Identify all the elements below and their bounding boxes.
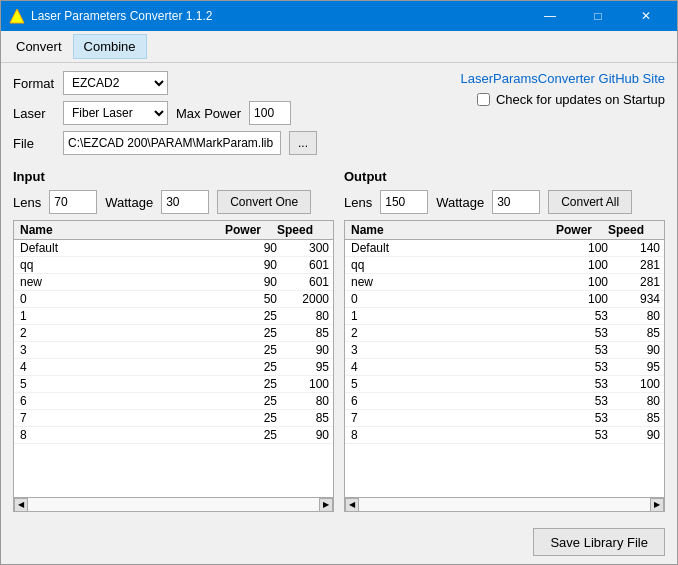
- laser-label: Laser: [13, 106, 55, 121]
- cell-name: new: [345, 275, 560, 289]
- table-row[interactable]: Default 100 140: [345, 240, 664, 257]
- minimize-button[interactable]: —: [527, 6, 573, 26]
- input-table-header: Name Power Speed: [14, 221, 333, 240]
- table-row[interactable]: 8 25 90: [14, 427, 333, 444]
- input-col-speed: Speed: [265, 223, 317, 237]
- check-updates-label: Check for updates on Startup: [496, 92, 665, 107]
- table-row[interactable]: new 90 601: [14, 274, 333, 291]
- table-row[interactable]: 3 53 90: [345, 342, 664, 359]
- cell-speed: 85: [281, 411, 333, 425]
- cell-power: 53: [560, 394, 612, 408]
- cell-speed: 80: [612, 309, 664, 323]
- table-row[interactable]: 4 25 95: [14, 359, 333, 376]
- input-lens-input[interactable]: [49, 190, 97, 214]
- close-button[interactable]: ✕: [623, 6, 669, 26]
- table-row[interactable]: 2 25 85: [14, 325, 333, 342]
- laser-row: Laser Fiber Laser Max Power: [13, 101, 317, 125]
- cell-power: 53: [560, 326, 612, 340]
- app-icon: [9, 8, 25, 24]
- output-scroll-left[interactable]: ◀: [345, 498, 359, 512]
- svg-marker-0: [10, 9, 24, 23]
- cell-name: 4: [14, 360, 229, 374]
- output-col-speed: Speed: [596, 223, 648, 237]
- github-link[interactable]: LaserParamsConverter GitHub Site: [461, 71, 665, 86]
- menu-item-convert[interactable]: Convert: [5, 34, 73, 59]
- input-wattage-input[interactable]: [161, 190, 209, 214]
- table-row[interactable]: 1 53 80: [345, 308, 664, 325]
- cell-speed: 80: [281, 394, 333, 408]
- table-row[interactable]: 3 25 90: [14, 342, 333, 359]
- browse-button[interactable]: ...: [289, 131, 317, 155]
- cell-name: new: [14, 275, 229, 289]
- input-scrollbar-h[interactable]: ◀ ▶: [14, 497, 333, 511]
- output-scroll-track: [359, 498, 650, 512]
- file-row: File ...: [13, 131, 317, 155]
- output-lens-label: Lens: [344, 195, 372, 210]
- input-scroll-track: [28, 498, 319, 512]
- check-updates-checkbox[interactable]: [477, 93, 490, 106]
- format-row: Format EZCAD2: [13, 71, 317, 95]
- cell-speed: 85: [281, 326, 333, 340]
- format-select[interactable]: EZCAD2: [63, 71, 168, 95]
- table-row[interactable]: 6 25 80: [14, 393, 333, 410]
- output-scroll-right[interactable]: ▶: [650, 498, 664, 512]
- table-row[interactable]: 5 53 100: [345, 376, 664, 393]
- cell-name: 3: [345, 343, 560, 357]
- cell-name: 2: [345, 326, 560, 340]
- cell-name: Default: [14, 241, 229, 255]
- table-row[interactable]: 4 53 95: [345, 359, 664, 376]
- max-power-input[interactable]: [249, 101, 291, 125]
- table-row[interactable]: 7 53 85: [345, 410, 664, 427]
- input-scroll-right[interactable]: ▶: [319, 498, 333, 512]
- cell-name: 0: [345, 292, 560, 306]
- table-row[interactable]: 0 50 2000: [14, 291, 333, 308]
- cell-name: 6: [14, 394, 229, 408]
- convert-one-button[interactable]: Convert One: [217, 190, 311, 214]
- file-path-input[interactable]: [63, 131, 281, 155]
- main-window: Laser Parameters Converter 1.1.2 — □ ✕ C…: [0, 0, 678, 565]
- cell-power: 53: [560, 360, 612, 374]
- output-table-body[interactable]: Default 100 140 qq 100 281 new 100 281 0…: [345, 240, 664, 497]
- table-row[interactable]: 5 25 100: [14, 376, 333, 393]
- input-table-body[interactable]: Default 90 300 qq 90 601 new 90 601 0 50…: [14, 240, 333, 497]
- cell-power: 90: [229, 241, 281, 255]
- table-row[interactable]: qq 100 281: [345, 257, 664, 274]
- cell-power: 100: [560, 275, 612, 289]
- cell-power: 25: [229, 394, 281, 408]
- cell-power: 100: [560, 241, 612, 255]
- output-wattage-input[interactable]: [492, 190, 540, 214]
- right-settings: LaserParamsConverter GitHub Site Check f…: [461, 71, 665, 107]
- menu-item-combine[interactable]: Combine: [73, 34, 147, 59]
- table-row[interactable]: 0 100 934: [345, 291, 664, 308]
- convert-all-button[interactable]: Convert All: [548, 190, 632, 214]
- cell-name: 1: [345, 309, 560, 323]
- table-row[interactable]: 2 53 85: [345, 325, 664, 342]
- cell-power: 25: [229, 343, 281, 357]
- input-panel-controls: Lens Wattage Convert One: [13, 190, 334, 214]
- menu-bar: Convert Combine: [1, 31, 677, 63]
- table-row[interactable]: qq 90 601: [14, 257, 333, 274]
- cell-speed: 80: [281, 309, 333, 323]
- maximize-button[interactable]: □: [575, 6, 621, 26]
- cell-name: qq: [14, 258, 229, 272]
- table-row[interactable]: 7 25 85: [14, 410, 333, 427]
- cell-speed: 90: [612, 343, 664, 357]
- save-library-button[interactable]: Save Library File: [533, 528, 665, 556]
- cell-power: 100: [560, 258, 612, 272]
- cell-name: 0: [14, 292, 229, 306]
- cell-power: 25: [229, 377, 281, 391]
- output-scrollbar-h[interactable]: ◀ ▶: [345, 497, 664, 511]
- cell-speed: 90: [281, 428, 333, 442]
- table-row[interactable]: new 100 281: [345, 274, 664, 291]
- cell-name: 7: [345, 411, 560, 425]
- cell-power: 53: [560, 428, 612, 442]
- table-row[interactable]: Default 90 300: [14, 240, 333, 257]
- laser-select[interactable]: Fiber Laser: [63, 101, 168, 125]
- output-lens-input[interactable]: [380, 190, 428, 214]
- cell-power: 50: [229, 292, 281, 306]
- input-scroll-left[interactable]: ◀: [14, 498, 28, 512]
- table-row[interactable]: 8 53 90: [345, 427, 664, 444]
- table-row[interactable]: 1 25 80: [14, 308, 333, 325]
- input-panel-title: Input: [13, 169, 334, 184]
- table-row[interactable]: 6 53 80: [345, 393, 664, 410]
